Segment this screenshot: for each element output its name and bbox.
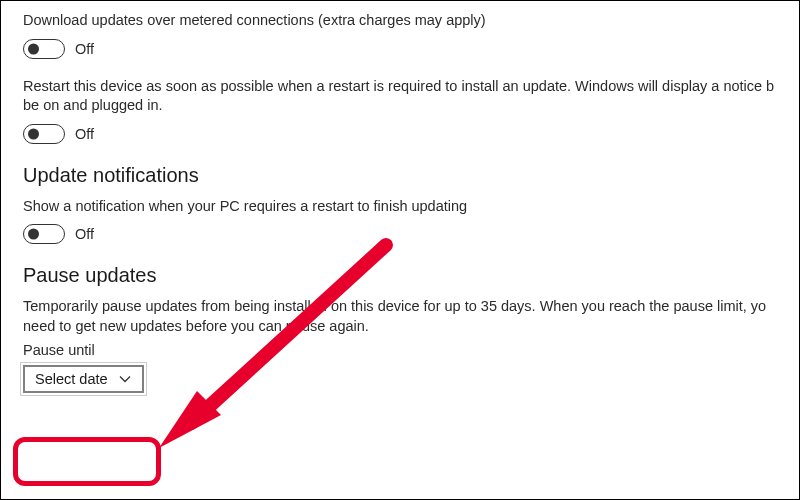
annotation-highlight-box: [13, 437, 161, 486]
update-notifications-heading: Update notifications: [23, 164, 777, 187]
show-notification-toggle-row: Off: [23, 224, 777, 244]
show-notification-description: Show a notification when your PC require…: [23, 197, 777, 217]
metered-toggle[interactable]: [23, 39, 65, 59]
restart-asap-toggle-row: Off: [23, 124, 777, 144]
pause-until-dropdown-value: Select date: [35, 371, 108, 387]
restart-asap-toggle[interactable]: [23, 124, 65, 144]
show-notification-toggle[interactable]: [23, 224, 65, 244]
metered-toggle-state: Off: [75, 41, 94, 57]
settings-panel: Download updates over metered connection…: [0, 0, 800, 500]
chevron-down-icon: [118, 372, 132, 386]
pause-until-dropdown[interactable]: Select date: [23, 365, 144, 393]
toggle-knob-icon: [28, 229, 39, 240]
toggle-knob-icon: [28, 43, 39, 54]
pause-updates-heading: Pause updates: [23, 264, 777, 287]
svg-marker-1: [159, 391, 221, 448]
restart-asap-toggle-state: Off: [75, 126, 94, 142]
show-notification-toggle-state: Off: [75, 226, 94, 242]
pause-updates-description: Temporarily pause updates from being ins…: [23, 297, 777, 336]
restart-asap-description: Restart this device as soon as possible …: [23, 77, 777, 116]
toggle-knob-icon: [28, 128, 39, 139]
metered-toggle-row: Off: [23, 39, 777, 59]
pause-until-label: Pause until: [23, 342, 777, 358]
metered-description: Download updates over metered connection…: [23, 11, 777, 31]
